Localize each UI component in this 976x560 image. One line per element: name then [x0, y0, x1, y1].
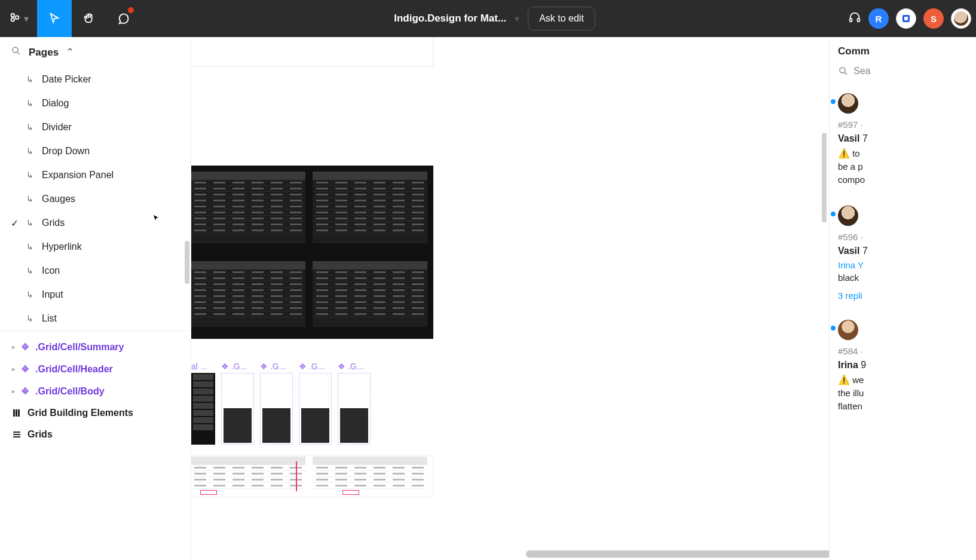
comment-body: black	[838, 273, 859, 283]
layer-label: .Grid/Cell/Summary	[35, 342, 124, 353]
avatar-user-photo[interactable]	[951, 8, 971, 29]
layers-list[interactable]: ▸❖.Grid/Cell/Summary ▸❖.Grid/Cell/Header…	[0, 331, 191, 560]
sub-arrow-icon: ↳	[26, 146, 33, 156]
canvas[interactable]: al ... ❖ .G... ❖ .G... ❖ .G... ❖ .G...	[191, 37, 829, 560]
comments-scrollbar[interactable]	[822, 133, 827, 222]
main-area: Pages ⌃ ↳Date Picker ↳Dialog ↳Divider ↳D…	[0, 37, 976, 560]
page-item-hyperlink[interactable]: ↳Hyperlink	[0, 235, 191, 259]
page-item-expansion-panel[interactable]: ↳Expansion Panel	[0, 163, 191, 187]
page-label: Icon	[42, 265, 60, 276]
artboard-light-top[interactable]	[191, 37, 433, 67]
move-tool[interactable]	[37, 0, 72, 37]
component-frame-1[interactable]	[221, 373, 254, 445]
comment-id: #597	[838, 120, 858, 130]
svg-rect-8	[13, 409, 15, 417]
component-frame-2[interactable]	[260, 373, 293, 445]
page-label: Gauges	[42, 194, 75, 204]
component-icon: ❖	[21, 363, 29, 375]
main-menu-button[interactable]: ▾	[0, 0, 37, 37]
pages-list[interactable]: ↳Date Picker ↳Dialog ↳Divider ↳Drop Down…	[0, 68, 191, 331]
comment-time: 7	[862, 133, 868, 143]
component-label-1[interactable]: ❖ .G...	[221, 362, 250, 371]
avatar	[838, 320, 858, 340]
page-item-input[interactable]: ↳Input	[0, 283, 191, 307]
pages-caret-icon[interactable]: ⌃	[66, 46, 74, 59]
comment-597[interactable]: #597 · Vasil 7 ⚠️ to be a p compo	[830, 85, 976, 197]
page-item-divider[interactable]: ↳Divider	[0, 115, 191, 139]
layer-grid-cell-body[interactable]: ▸❖.Grid/Cell/Body	[0, 380, 191, 402]
artboard-dark-grids[interactable]	[191, 166, 433, 339]
canvas-horizontal-scrollbar[interactable]	[526, 550, 829, 558]
layer-label: .Grid/Cell/Body	[35, 386, 105, 397]
component-label-4[interactable]: ❖ .G...	[338, 362, 366, 371]
svg-point-2	[16, 16, 19, 19]
comment-author: Irina	[838, 360, 858, 370]
svg-rect-12	[13, 434, 20, 435]
unread-dot-icon	[831, 326, 836, 331]
layer-grid-building-elements[interactable]: Grid Building Elements	[0, 402, 191, 424]
sub-arrow-icon: ↳	[26, 218, 33, 228]
page-label: Date Picker	[42, 74, 91, 85]
avatar-user-s[interactable]: S	[923, 8, 944, 29]
pages-scrollbar[interactable]	[185, 241, 189, 284]
sub-arrow-icon: ↳	[26, 314, 33, 323]
avatar-app-icon[interactable]	[896, 8, 916, 29]
avatar-user-r[interactable]: R	[868, 8, 889, 29]
comment-time: 7	[862, 246, 868, 256]
page-item-icon[interactable]: ↳Icon	[0, 259, 191, 283]
component-frame-3[interactable]	[299, 373, 332, 445]
search-icon[interactable]	[11, 45, 22, 59]
svg-rect-9	[16, 409, 17, 417]
comment-596[interactable]: #596 · Vasil 7 Irina Yblack 3 repli	[830, 197, 976, 312]
artboard-light-bottom[interactable]	[191, 455, 433, 497]
sub-arrow-icon: ↳	[26, 99, 33, 108]
svg-rect-6	[904, 17, 908, 20]
expand-icon[interactable]: ▸	[12, 366, 15, 372]
comments-search[interactable]: Sea	[830, 62, 976, 85]
svg-rect-13	[13, 436, 20, 437]
page-item-grids[interactable]: ↳Grids	[0, 211, 191, 235]
page-item-dialog[interactable]: ↳Dialog	[0, 91, 191, 115]
comment-mention[interactable]: Irina Y	[838, 260, 864, 270]
component-label-2[interactable]: ❖ .G...	[260, 362, 289, 371]
page-label: Dialog	[42, 98, 69, 109]
expand-icon[interactable]: ▸	[12, 388, 15, 394]
page-item-drop-down[interactable]: ↳Drop Down	[0, 139, 191, 163]
warning-emoji-icon: ⚠️	[838, 375, 850, 385]
component-label-0[interactable]: al ...	[191, 362, 209, 371]
layer-grid-cell-summary[interactable]: ▸❖.Grid/Cell/Summary	[0, 336, 191, 358]
component-label-3[interactable]: ❖ .G...	[299, 362, 328, 371]
page-item-gauges[interactable]: ↳Gauges	[0, 187, 191, 211]
svg-point-0	[11, 14, 14, 17]
hand-tool[interactable]	[72, 0, 106, 37]
layer-label: Grid Building Elements	[27, 408, 133, 418]
page-item-date-picker[interactable]: ↳Date Picker	[0, 68, 191, 91]
title-chevron-down-icon[interactable]: ▾	[515, 13, 519, 25]
audio-huddle-icon[interactable]	[848, 11, 861, 26]
comment-tool[interactable]	[106, 0, 141, 37]
search-icon	[838, 66, 849, 76]
comment-replies-link[interactable]: 3 repli	[838, 290, 968, 301]
expand-icon[interactable]: ▸	[12, 344, 15, 350]
comments-search-placeholder: Sea	[853, 66, 870, 76]
document-title[interactable]: Indigo.Design for Mat...	[394, 13, 506, 25]
page-item-list[interactable]: ↳List	[0, 307, 191, 331]
layer-grid-cell-header[interactable]: ▸❖.Grid/Cell/Header	[0, 358, 191, 380]
right-panel: Comm Sea #597 · Vasil 7 ⚠️ to be a p com…	[829, 37, 976, 560]
comment-id: #596	[838, 232, 858, 242]
svg-point-1	[11, 18, 14, 22]
pages-header[interactable]: Pages ⌃	[0, 37, 191, 68]
layer-label: .Grid/Cell/Header	[35, 364, 113, 375]
ask-to-edit-button[interactable]: Ask to edit	[528, 7, 595, 30]
page-label: Hyperlink	[42, 241, 82, 252]
component-frame-4[interactable]	[338, 373, 371, 445]
layer-grids-frame[interactable]: Grids	[0, 424, 191, 445]
toolbar-center: Indigo.Design for Mat... ▾ Ask to edit	[141, 7, 848, 30]
sub-arrow-icon: ↳	[26, 266, 33, 276]
comment-584[interactable]: #584 · Irina 9 ⚠️ we the illu flatten	[830, 311, 976, 424]
comment-author: Vasil	[838, 246, 859, 256]
unread-dot-icon	[831, 212, 836, 216]
sub-arrow-icon: ↳	[26, 170, 33, 180]
component-thumbnail-0[interactable]	[191, 373, 215, 445]
comment-time: 9	[861, 360, 866, 370]
